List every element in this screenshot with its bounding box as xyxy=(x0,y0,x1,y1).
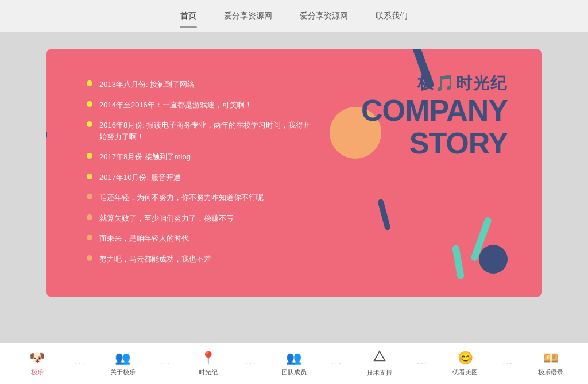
bottom-nav-tech[interactable]: 技术支持 xyxy=(342,350,417,377)
brand-title: 极🎵时光纪 xyxy=(361,72,508,94)
timeline-dot-0 xyxy=(87,80,92,86)
deco-blue-mid xyxy=(377,199,391,231)
timeline-dot-6 xyxy=(87,214,92,220)
nav-item-share2[interactable]: 爱分享资源网 xyxy=(300,9,348,24)
dots-2: ··· xyxy=(160,359,171,369)
about-label: 关于极乐 xyxy=(110,368,136,377)
deco-dark-circle xyxy=(479,245,508,274)
timeline-item-2: 2016年8月份: 报读电子商务专业，两年的在校学习时间，我得开始努力了啊！ xyxy=(87,120,312,142)
timeline-dot-2 xyxy=(87,121,92,127)
shiguangji-label: 时光纪 xyxy=(199,368,218,377)
timeline-dot-8 xyxy=(87,255,92,261)
meitu-label: 优看美图 xyxy=(452,368,478,377)
timeline-item-3: 2017年8月份 接触到了mlog xyxy=(87,151,312,163)
shiguangji-icon: 📍 xyxy=(200,351,216,366)
pink-card: 2013年八月份: 接触到了网络 2014年至2016年：一直都是游戏迷，可笑啊… xyxy=(46,49,542,297)
timeline-item-4: 2017年10月份: 服音开通 xyxy=(87,172,312,183)
meitu-icon: 😊 xyxy=(458,351,473,366)
dots-6: ··· xyxy=(502,359,513,369)
nav-bar: 首页 爱分享资源网 爱分享资源网 联系我们 xyxy=(0,0,588,32)
yulu-icon: 💴 xyxy=(543,351,559,366)
nav-item-home[interactable]: 首页 xyxy=(180,9,196,24)
content-left: 2013年八月份: 接触到了网络 2014年至2016年：一直都是游戏迷，可笑啊… xyxy=(69,67,330,279)
timeline-dot-3 xyxy=(87,153,92,159)
svg-marker-0 xyxy=(374,351,385,361)
team-icon: 👥 xyxy=(286,351,301,366)
jile-label: 极乐 xyxy=(31,368,44,377)
bottom-nav-shiguangji[interactable]: 📍 时光纪 xyxy=(171,351,246,377)
deco-teal-line2 xyxy=(452,244,465,279)
dots-4: ··· xyxy=(331,359,342,369)
yulu-label: 极乐语录 xyxy=(538,368,563,377)
dots-5: ··· xyxy=(417,359,428,369)
bottom-nav-about[interactable]: 👥 关于极乐 xyxy=(86,351,160,377)
bottom-nav-team[interactable]: 👥 团队成员 xyxy=(257,351,331,377)
timeline-dot-4 xyxy=(87,174,92,179)
bottom-nav-jile[interactable]: 🐶 极乐 xyxy=(0,351,75,377)
timeline-item-1: 2014年至2016年：一直都是游戏迷，可笑啊！ xyxy=(87,99,312,111)
bottom-nav: 🐶 极乐 ··· 👥 关于极乐 ··· 📍 时光纪 ··· 👥 团队成员 ···… xyxy=(0,343,588,384)
nav-item-share1[interactable]: 爱分享资源网 xyxy=(224,9,272,24)
company-story: COMPANY STORY xyxy=(361,94,508,160)
dots-1: ··· xyxy=(75,359,86,369)
timeline-dot-1 xyxy=(87,101,92,107)
bottom-nav-yulu[interactable]: 💴 极乐语录 xyxy=(513,351,588,377)
nav-item-contact[interactable]: 联系我们 xyxy=(376,9,408,24)
brand-area: 极🎵时光纪 COMPANY STORY xyxy=(361,72,508,160)
bottom-nav-meitu[interactable]: 😊 优看美图 xyxy=(428,351,502,377)
dots-3: ··· xyxy=(246,359,257,369)
timeline-item-8: 努力吧，马云都能成功，我也不差 xyxy=(87,254,312,265)
deco-blue-left xyxy=(46,130,48,170)
main-area: 2013年八月份: 接触到了网络 2014年至2016年：一直都是游戏迷，可笑啊… xyxy=(0,32,588,343)
timeline-dot-7 xyxy=(87,235,92,240)
timeline-dot-5 xyxy=(87,194,92,199)
timeline-item-0: 2013年八月份: 接触到了网络 xyxy=(87,79,312,90)
jile-icon: 🐶 xyxy=(29,351,45,366)
tech-icon xyxy=(373,350,386,366)
timeline-item-5: 咱还年轻，为何不努力，你不努力咋知道你不行呢 xyxy=(87,192,312,203)
timeline-item-6: 就算失败了，至少咱们努力了，稳赚不亏 xyxy=(87,213,312,224)
about-icon: 👥 xyxy=(115,351,130,366)
team-label: 团队成员 xyxy=(281,368,307,377)
tech-label: 技术支持 xyxy=(367,368,392,377)
timeline-item-7: 而未来，是咱年轻人的时代 xyxy=(87,233,312,244)
